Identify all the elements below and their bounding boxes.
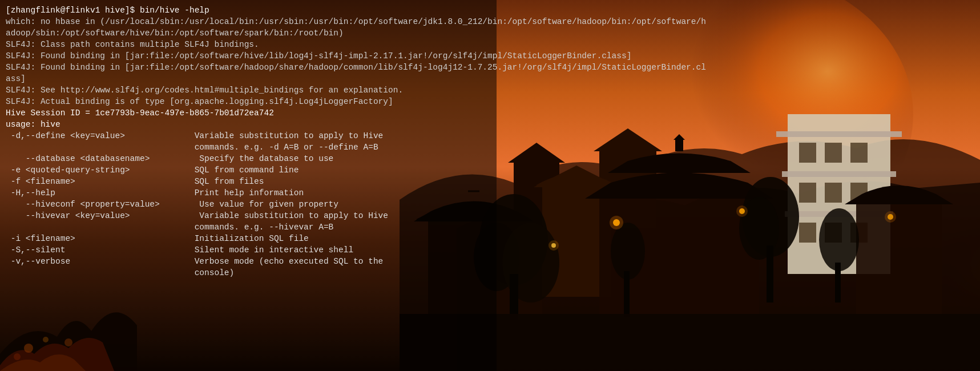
terminal-line-4: SLF4J: Found binding in [jar:file:/opt/s… <box>6 50 485 62</box>
svg-rect-16 <box>799 223 816 243</box>
terminal-session: Hive Session ID = 1ce7793b-9eac-497e-b86… <box>6 107 485 119</box>
svg-point-39 <box>549 240 559 251</box>
terminal: [zhangflink@flinkv1 hive]$ bin/hive -hel… <box>0 0 491 283</box>
terminal-line-3: SLF4J: Class path contains multiple SLF4… <box>6 39 485 50</box>
terminal-line-2: adoop/sbin:/opt/software/hive/bin:/opt/s… <box>6 27 485 39</box>
svg-rect-31 <box>624 271 630 317</box>
terminal-option-d-cont: commands. e.g. -d A=B or --define A=B <box>6 142 485 153</box>
svg-rect-33 <box>835 263 841 303</box>
terminal-line-5: SLF4J: Found binding in [jar:file:/opt/s… <box>6 62 485 73</box>
svg-rect-8 <box>782 171 896 177</box>
svg-point-37 <box>736 205 748 217</box>
svg-point-35 <box>610 216 623 229</box>
terminal-option-s: -S,--silent Silent mode in interactive s… <box>6 244 485 256</box>
svg-point-41 <box>885 211 896 223</box>
svg-rect-29 <box>767 245 773 303</box>
terminal-option-hivevar-cont: commands. e.g. --hivevar A=B <box>6 221 485 233</box>
svg-rect-14 <box>825 183 842 203</box>
terminal-line-8: SLF4J: Actual binding is of type [org.ap… <box>6 96 485 107</box>
terminal-line-7: SLF4J: See http://www.slf4j.org/codes.ht… <box>6 84 485 96</box>
svg-point-32 <box>819 208 859 271</box>
terminal-option-hivevar: --hivevar <key=value> Variable substitut… <box>6 210 485 221</box>
terminal-line-6: ass] <box>6 73 485 84</box>
svg-rect-13 <box>799 183 816 203</box>
svg-rect-7 <box>776 131 902 137</box>
terminal-line-1: which: no hbase in (/usr/local/sbin:/usr… <box>6 16 485 27</box>
svg-rect-10 <box>799 143 816 163</box>
terminal-option-h: -H,--help Print help information <box>6 187 485 199</box>
svg-rect-12 <box>850 143 868 163</box>
terminal-prompt: [zhangflink@flinkv1 hive]$ bin/hive -hel… <box>6 5 485 16</box>
terminal-option-v: -v,--verbose Verbose mode (echo executed… <box>6 256 485 267</box>
terminal-option-e: -e <quoted-query-string> SQL from comman… <box>6 164 485 176</box>
svg-rect-11 <box>825 143 842 163</box>
terminal-option-f: -f <filename> SQL from files <box>6 176 485 187</box>
terminal-option-database: --database <databasename> Specify the da… <box>6 153 485 164</box>
terminal-option-d: -d,--define <key=value> Variable substit… <box>6 130 485 142</box>
svg-rect-22 <box>856 200 942 325</box>
svg-rect-21 <box>675 140 683 151</box>
terminal-usage: usage: hive <box>6 119 485 130</box>
terminal-option-v-cont: console) <box>6 267 485 279</box>
terminal-option-hiveconf: --hiveconf <property=value> Use value fo… <box>6 199 485 210</box>
terminal-option-i: -i <filename> Initialization SQL file <box>6 233 485 244</box>
svg-rect-26 <box>510 274 518 320</box>
